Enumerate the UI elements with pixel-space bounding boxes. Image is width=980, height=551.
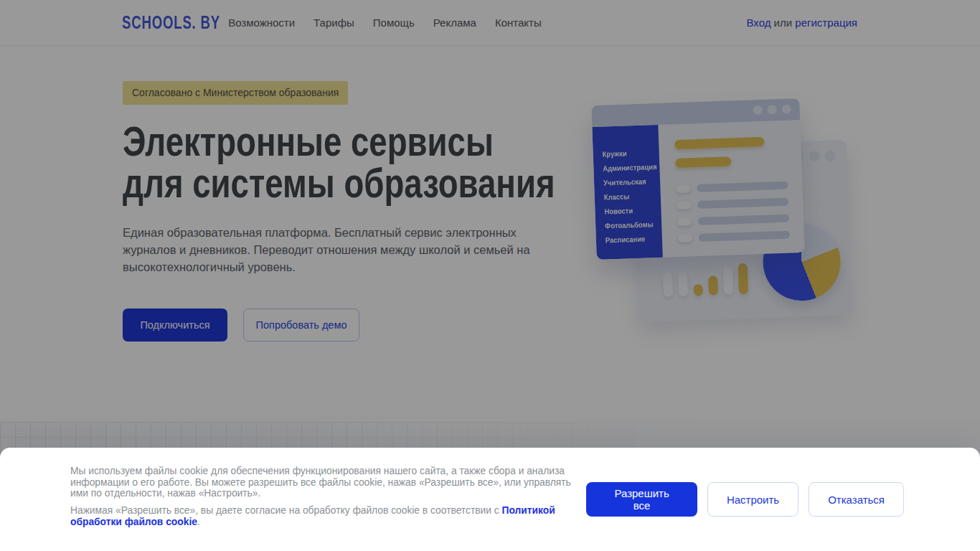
decline-button[interactable]: Отказаться [809, 482, 904, 517]
allow-all-button[interactable]: Разрешить все [586, 482, 697, 517]
cookie-buttons: Разрешить все Настроить Отказаться [586, 482, 904, 517]
cookie-paragraph-1: Мы используем файлы cookie для обеспечен… [70, 466, 586, 499]
configure-button[interactable]: Настроить [707, 482, 798, 517]
cookie-text: Мы используем файлы cookie для обеспечен… [70, 466, 586, 528]
cookie-paragraph-2: Нажимая «Разрешить все», вы даете соглас… [70, 505, 586, 527]
cookie-banner: Мы используем файлы cookie для обеспечен… [0, 448, 980, 551]
